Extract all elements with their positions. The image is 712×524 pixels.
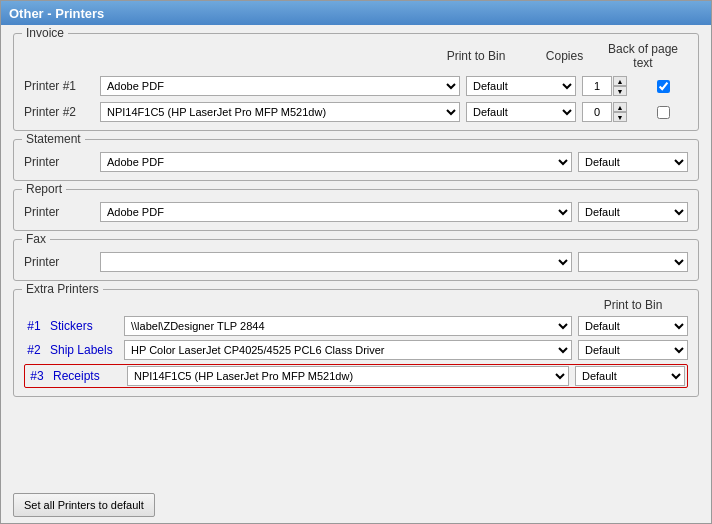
extra-num-3: #3 [27, 369, 47, 383]
fax-printer-row: Printer Adobe PDF Default [24, 252, 688, 272]
extra-num-2: #2 [24, 343, 44, 357]
invoice-backtext-header: Back of page text [598, 42, 688, 70]
extra-printer-select-1[interactable]: \\label\ZDesigner TLP 2844 Adobe PDF [124, 316, 572, 336]
invoice-printer1-spinner: ▲ ▼ [613, 76, 627, 96]
extra-section: Extra Printers Print to Bin #1 Stickers … [13, 289, 699, 397]
invoice-printer1-copies: ▲ ▼ [582, 76, 632, 96]
invoice-col-headers: Print to Bin Copies Back of page text [24, 42, 688, 70]
invoice-printer2-copies: ▲ ▼ [582, 102, 632, 122]
extra-bin-select-3[interactable]: Default [575, 366, 685, 386]
invoice-printer2-down[interactable]: ▼ [613, 112, 627, 122]
extra-bin-select-1[interactable]: Default [578, 316, 688, 336]
invoice-printer2-copies-input[interactable] [582, 102, 612, 122]
fax-section: Fax Printer Adobe PDF Default [13, 239, 699, 281]
extra-printer-select-3[interactable]: NPI14F1C5 (HP LaserJet Pro MFP M521dw) A… [127, 366, 569, 386]
report-printer-select[interactable]: Adobe PDF NPI14F1C5 (HP LaserJet Pro MFP… [100, 202, 572, 222]
statement-section: Statement Printer Adobe PDF NPI14F1C5 (H… [13, 139, 699, 181]
invoice-printer1-row: Printer #1 Adobe PDF NPI14F1C5 (HP Laser… [24, 76, 688, 96]
extra-title: Extra Printers [22, 282, 103, 296]
invoice-title: Invoice [22, 26, 68, 40]
invoice-printer1-up[interactable]: ▲ [613, 76, 627, 86]
bottom-bar: Set all Printers to default [1, 487, 711, 523]
extra-label-1: Stickers [50, 319, 118, 333]
invoice-printer2-row: Printer #2 NPI14F1C5 (HP LaserJet Pro MF… [24, 102, 688, 122]
fax-title: Fax [22, 232, 50, 246]
extra-bin-header: Print to Bin [578, 298, 688, 312]
report-section: Report Printer Adobe PDF NPI14F1C5 (HP L… [13, 189, 699, 231]
statement-bin-select[interactable]: Default [578, 152, 688, 172]
invoice-bin-header: Print to Bin [421, 49, 531, 63]
report-printer-label: Printer [24, 205, 94, 219]
statement-printer-label: Printer [24, 155, 94, 169]
set-default-button[interactable]: Set all Printers to default [13, 493, 155, 517]
invoice-printer1-checkbox[interactable] [657, 80, 670, 93]
statement-printer-row: Printer Adobe PDF NPI14F1C5 (HP LaserJet… [24, 152, 688, 172]
invoice-section: Invoice Print to Bin Copies Back of page… [13, 33, 699, 131]
extra-row-2: #2 Ship Labels HP Color LaserJet CP4025/… [24, 340, 688, 360]
extra-row-1: #1 Stickers \\label\ZDesigner TLP 2844 A… [24, 316, 688, 336]
invoice-printer2-label: Printer #2 [24, 105, 94, 119]
fax-printer-select[interactable]: Adobe PDF [100, 252, 572, 272]
invoice-printer2-spinner: ▲ ▼ [613, 102, 627, 122]
invoice-printer1-bin-select[interactable]: Default [466, 76, 576, 96]
extra-bin-select-2[interactable]: Default [578, 340, 688, 360]
extra-col-headers: Print to Bin [24, 298, 688, 312]
fax-printer-label: Printer [24, 255, 94, 269]
invoice-printer1-select[interactable]: Adobe PDF NPI14F1C5 (HP LaserJet Pro MFP… [100, 76, 460, 96]
invoice-printer2-bin-select[interactable]: Default [466, 102, 576, 122]
invoice-printer1-label: Printer #1 [24, 79, 94, 93]
statement-printer-select[interactable]: Adobe PDF NPI14F1C5 (HP LaserJet Pro MFP… [100, 152, 572, 172]
invoice-copies-header: Copies [537, 49, 592, 63]
report-title: Report [22, 182, 66, 196]
report-printer-row: Printer Adobe PDF NPI14F1C5 (HP LaserJet… [24, 202, 688, 222]
extra-printer-select-2[interactable]: HP Color LaserJet CP4025/4525 PCL6 Class… [124, 340, 572, 360]
extra-label-2: Ship Labels [50, 343, 118, 357]
main-window: Other - Printers Invoice Print to Bin Co… [0, 0, 712, 524]
extra-num-1: #1 [24, 319, 44, 333]
invoice-printer2-up[interactable]: ▲ [613, 102, 627, 112]
invoice-printer2-checkbox[interactable] [657, 106, 670, 119]
invoice-printer1-copies-input[interactable] [582, 76, 612, 96]
fax-bin-select[interactable]: Default [578, 252, 688, 272]
invoice-printer1-checkbox-cell [638, 80, 688, 93]
title-bar: Other - Printers [1, 1, 711, 25]
invoice-printer2-select[interactable]: NPI14F1C5 (HP LaserJet Pro MFP M521dw) A… [100, 102, 460, 122]
content-area: Invoice Print to Bin Copies Back of page… [1, 25, 711, 487]
extra-row-3: #3 Receipts NPI14F1C5 (HP LaserJet Pro M… [24, 364, 688, 388]
extra-label-3: Receipts [53, 369, 121, 383]
statement-title: Statement [22, 132, 85, 146]
report-bin-select[interactable]: Default [578, 202, 688, 222]
invoice-printer1-down[interactable]: ▼ [613, 86, 627, 96]
invoice-printer2-checkbox-cell [638, 106, 688, 119]
window-title: Other - Printers [9, 6, 104, 21]
